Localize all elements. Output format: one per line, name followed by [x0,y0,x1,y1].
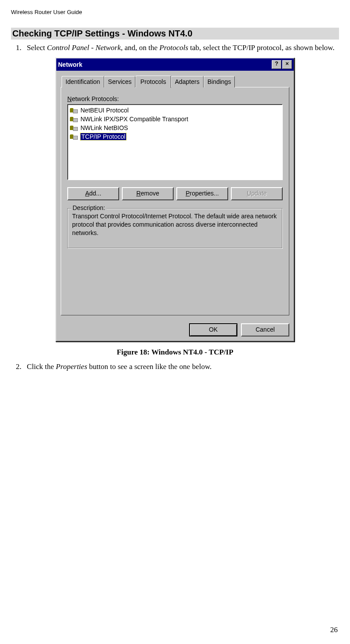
step-1: Select Control Panel - Network, and, on … [23,43,339,53]
properties-button[interactable]: Properties... [176,187,228,200]
tab-adapters[interactable]: Adapters [171,76,204,87]
button-row: Add... Remove Properties... Update [67,187,283,200]
dialog-titlebar: Network ? × [56,58,294,71]
remove-button[interactable]: Remove [122,187,174,200]
section-heading: Checking TCP/IP Settings - Windows NT4.0 [11,28,339,40]
step-1-text-a: Select [27,43,47,52]
panel-label-rest: etwork Protocols: [72,95,119,102]
step-2-text-a: Click the [27,362,56,371]
update-mnemonic: U [247,190,251,197]
protocol-icon [70,115,78,123]
step-2-text-b: button to see a screen like the one belo… [87,362,211,371]
protocol-listbox[interactable]: NetBEUI Protocol NWLink IPX/SPX Compatib… [67,104,283,180]
update-rest: pdate [252,190,267,197]
panel-label: Network Protocols: [67,95,283,102]
remove-mnemonic: R [136,190,141,197]
protocol-icon [70,106,78,114]
cancel-button[interactable]: Cancel [241,323,289,336]
description-label: Description: [71,204,106,211]
step-1-text-b: , and, on the [121,43,160,52]
step-1-italic-1: Control Panel - Network [47,43,121,52]
list-item[interactable]: NWLink NetBIOS [69,123,281,132]
list-item-label: TCP/IP Protocol [80,133,126,140]
step-2: Click the Properties button to see a scr… [23,362,339,372]
step-1-text-c: tab, select the TCP/IP protocol, as show… [188,43,335,52]
page-number: 26 [330,626,338,634]
ok-button[interactable]: OK [189,323,237,336]
step-2-italic-1: Properties [56,362,87,371]
properties-mnemonic: P [186,190,190,197]
running-header: Wireless Router User Guide [11,9,339,15]
add-mnemonic: A [85,190,89,197]
dialog-title: Network [58,61,271,68]
step-1-italic-2: Protocols [160,43,188,52]
description-text: Transport Control Protocol/Internet Prot… [72,212,278,237]
figure-caption: Figure 18: Windows NT4.0 - TCP/IP [11,348,339,357]
network-dialog: Network ? × Identification Services Prot… [55,58,295,342]
remove-rest: emove [141,190,159,197]
tab-row: Identification Services Protocols Adapte… [62,75,289,87]
panel-label-mnemonic: N [67,95,72,102]
tab-services[interactable]: Services [104,76,136,87]
list-item[interactable]: NetBEUI Protocol [69,106,281,115]
figure-wrapper: Network ? × Identification Services Prot… [11,58,339,357]
list-item-label: NetBEUI Protocol [80,107,129,114]
description-groupbox: Description: Transport Control Protocol/… [67,208,283,249]
properties-rest: roperties... [190,190,219,197]
tab-bindings[interactable]: Bindings [204,76,235,87]
protocol-icon [70,124,78,132]
list-item-selected[interactable]: TCP/IP Protocol [69,132,281,141]
tab-panel-protocols: Network Protocols: NetBEUI Protocol NWLi… [61,87,289,315]
list-item-label: NWLink IPX/SPX Compatible Transport [80,116,188,123]
add-rest: dd... [89,190,101,197]
protocol-icon [70,133,78,141]
list-item[interactable]: NWLink IPX/SPX Compatible Transport [69,115,281,123]
list-item-label: NWLink NetBIOS [80,124,128,131]
close-button[interactable]: × [282,60,292,69]
tab-identification[interactable]: Identification [62,76,104,87]
dialog-footer: OK Cancel [56,320,294,341]
add-button[interactable]: Add... [67,187,119,200]
update-button: Update [231,187,283,200]
tab-protocols[interactable]: Protocols [135,76,171,88]
help-button[interactable]: ? [272,60,281,69]
